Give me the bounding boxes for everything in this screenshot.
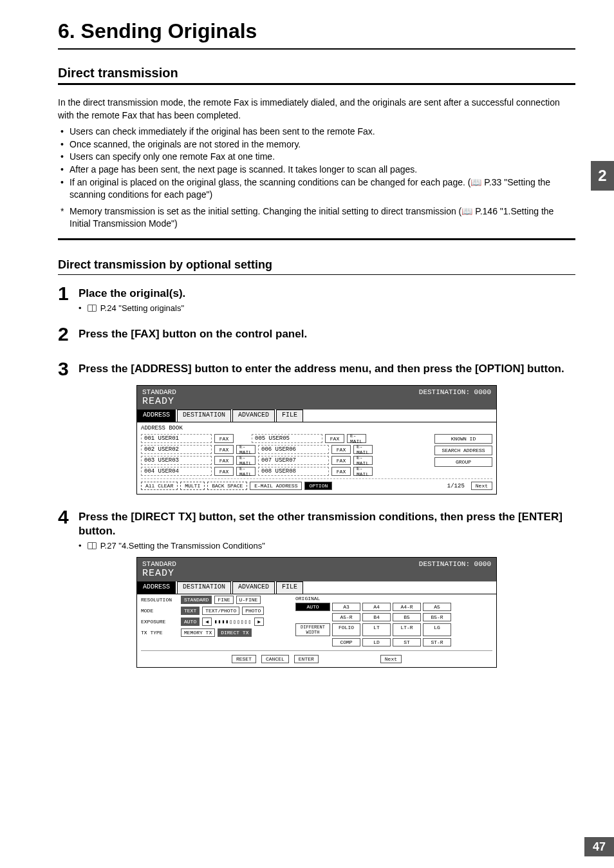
scr-destination: DESTINATION: 0000 <box>419 560 491 568</box>
address-book-label: ADDRESS BOOK <box>141 425 492 431</box>
size-btn[interactable]: ST <box>393 638 421 646</box>
size-btn[interactable]: A3 <box>332 603 360 611</box>
addr-entry[interactable]: 005 USER05 <box>252 434 322 443</box>
next-button[interactable]: Next <box>471 482 492 490</box>
fax-chip[interactable]: FAX <box>331 456 351 465</box>
search-address-button[interactable]: SEARCH ADDRESS <box>434 446 492 455</box>
backspace-button[interactable]: BACK SPACE <box>207 482 247 490</box>
bullet-item: If an original is placed on the original… <box>58 176 575 202</box>
mode-photo[interactable]: PHOTO <box>242 607 264 615</box>
addr-entry[interactable]: 003 USER03 <box>141 456 212 465</box>
known-id-button[interactable]: KNOWN ID <box>434 434 492 444</box>
tab-advanced[interactable]: ADVANCED <box>232 581 275 594</box>
tab-advanced[interactable]: ADVANCED <box>232 410 275 422</box>
tab-address[interactable]: ADDRESS <box>137 410 176 422</box>
tab-destination[interactable]: DESTINATION <box>177 581 231 594</box>
next-button[interactable]: Next <box>380 655 402 663</box>
res-standard[interactable]: STANDARD <box>181 596 212 604</box>
fax-chip[interactable]: FAX <box>214 467 234 476</box>
memory-tx[interactable]: MEMORY TX <box>181 628 215 637</box>
option-button[interactable]: OPTION <box>304 482 332 490</box>
email-address-button[interactable]: E-MAIL ADDRESS <box>250 482 302 490</box>
fax-chip[interactable]: FAX <box>325 434 344 443</box>
email-chip[interactable]: E-MAIL <box>236 445 256 454</box>
size-btn[interactable]: B5 <box>393 613 421 621</box>
step-title: Press the [FAX] button on the control pa… <box>79 327 575 341</box>
email-chip[interactable]: E-MAIL <box>236 456 256 465</box>
email-chip[interactable]: E-MAIL <box>347 434 366 443</box>
email-chip[interactable]: E-MAIL <box>353 456 373 465</box>
step-note-text: P.27 "4.Setting the Transmission Conditi… <box>100 541 265 551</box>
intro-paragraph: In the direct transmission mode, the rem… <box>58 97 575 122</box>
scr-destination: DESTINATION: 0000 <box>419 388 491 396</box>
step-note-text: P.24 "Setting originals" <box>100 303 184 313</box>
res-fine[interactable]: FINE <box>214 596 233 604</box>
cancel-button[interactable]: CANCEL <box>261 655 289 663</box>
footnote: Memory transmission is set as the initia… <box>58 205 575 231</box>
addr-entry[interactable]: 008 USER08 <box>258 467 329 476</box>
tab-file[interactable]: FILE <box>276 410 303 422</box>
orig-auto[interactable]: AUTO <box>295 603 330 611</box>
size-btn[interactable]: COMP <box>332 638 360 646</box>
all-clear-button[interactable]: All CLEAR <box>141 482 178 490</box>
scr-ready: READY <box>142 568 491 579</box>
exposure-up[interactable]: ▶ <box>254 618 264 626</box>
size-btn[interactable]: A5 <box>423 603 451 611</box>
size-btn[interactable]: A4 <box>362 603 391 611</box>
addr-entry[interactable]: 007 USER07 <box>258 456 329 465</box>
exposure-down[interactable]: ◀ <box>202 618 212 626</box>
email-chip[interactable]: E-MAIL <box>353 467 373 476</box>
screenshot-options: DESTINATION: 0000 STANDARD READY ADDRESS… <box>136 557 497 668</box>
section-title: Direct transmission <box>58 66 575 85</box>
fax-chip[interactable]: FAX <box>214 456 234 465</box>
tab-file[interactable]: FILE <box>276 581 303 594</box>
fax-chip[interactable]: FAX <box>214 434 234 443</box>
tab-address[interactable]: ADDRESS <box>137 581 176 594</box>
step-2: 2 Press the [FAX] button on the control … <box>58 325 575 344</box>
email-chip[interactable]: E-MAIL <box>236 467 256 476</box>
size-btn[interactable]: B4 <box>362 613 391 621</box>
book-icon <box>88 542 97 549</box>
size-btn[interactable]: A4-R <box>393 603 421 611</box>
step-3: 3 Press the [ADDRESS] button to enter th… <box>58 359 575 379</box>
mode-textphoto[interactable]: TEXT/PHOTO <box>202 607 239 615</box>
addr-entry[interactable]: 002 USER02 <box>141 445 212 454</box>
diff-width[interactable]: DIFFERENT WIDTH <box>295 623 330 636</box>
resolution-label: RESOLUTION <box>141 597 178 603</box>
step-number: 4 <box>58 507 79 551</box>
enter-button[interactable]: ENTER <box>294 655 319 663</box>
direct-tx[interactable]: DIRECT TX <box>218 628 252 637</box>
size-btn[interactable]: A5-R <box>332 613 360 621</box>
exposure-auto[interactable]: AUTO <box>181 618 200 626</box>
bullet-item: After a page has been sent, the next pag… <box>58 164 575 176</box>
step-title: Press the [ADDRESS] button to enter the … <box>79 362 575 376</box>
step-title: Place the original(s). <box>79 287 575 301</box>
step-number: 3 <box>58 359 79 379</box>
multi-button[interactable]: MULTI <box>180 482 205 490</box>
fax-chip[interactable]: FAX <box>331 467 351 476</box>
page-number: 47 <box>584 837 614 856</box>
group-button[interactable]: GROUP <box>434 457 492 467</box>
addr-entry[interactable]: 006 USER06 <box>258 445 329 454</box>
addr-entry[interactable]: 001 USER01 <box>141 434 212 443</box>
addr-entry[interactable]: 004 USER04 <box>141 467 212 476</box>
mode-text[interactable]: TEXT <box>181 607 200 615</box>
fax-chip[interactable]: FAX <box>331 445 351 454</box>
screenshot-address: DESTINATION: 0000 STANDARD READY ADDRESS… <box>136 385 497 495</box>
res-ufine[interactable]: U-FINE <box>236 596 261 604</box>
size-btn[interactable]: ST-R <box>423 638 451 646</box>
fax-chip[interactable]: FAX <box>214 445 234 454</box>
size-btn[interactable]: LT-R <box>393 623 421 636</box>
reset-button[interactable]: RESET <box>232 655 256 663</box>
size-btn[interactable]: FOLIO <box>332 623 360 636</box>
txtype-label: TX TYPE <box>141 630 178 636</box>
size-btn[interactable]: LG <box>423 623 451 636</box>
size-btn[interactable]: LT <box>362 623 391 636</box>
email-chip[interactable]: E-MAIL <box>353 445 373 454</box>
bullet-item: Once scanned, the originals are not stor… <box>58 138 575 151</box>
size-btn[interactable]: LD <box>362 638 391 646</box>
chapter-tab: 2 <box>591 161 614 191</box>
size-btn[interactable]: B5-R <box>423 613 451 621</box>
book-icon <box>88 305 97 312</box>
tab-destination[interactable]: DESTINATION <box>177 410 231 422</box>
